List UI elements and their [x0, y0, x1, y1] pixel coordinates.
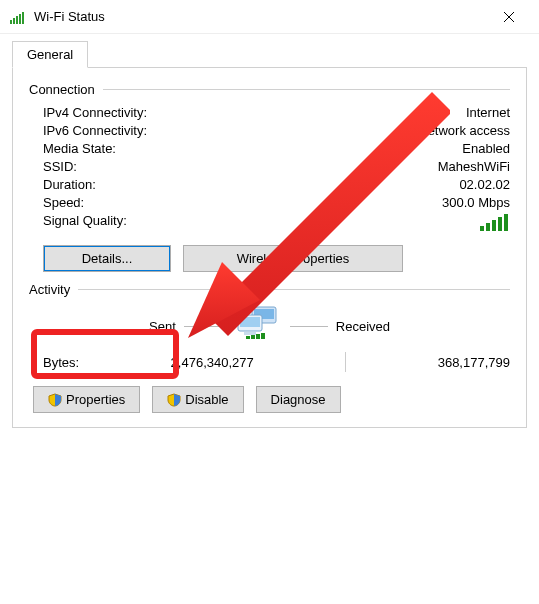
svg-rect-4 — [22, 12, 24, 24]
titlebar: Wi-Fi Status — [0, 0, 539, 34]
ssid-label: SSID: — [43, 159, 77, 174]
ipv4-label: IPv4 Connectivity: — [43, 105, 147, 120]
svg-rect-15 — [240, 317, 260, 327]
details-button-label: Details... — [82, 251, 133, 266]
bytes-row: Bytes: 2,476,340,277 368,177,799 — [29, 352, 510, 372]
svg-rect-1 — [13, 18, 15, 24]
panel-general: Connection IPv4 Connectivity: Internet I… — [12, 68, 527, 428]
disable-button[interactable]: Disable — [152, 386, 243, 413]
svg-rect-17 — [246, 336, 250, 339]
svg-rect-3 — [19, 14, 21, 24]
row-ipv4: IPv4 Connectivity: Internet — [29, 105, 510, 120]
bytes-received-value: 368,177,799 — [438, 355, 510, 370]
activity-header-label: Activity — [29, 282, 70, 297]
shield-icon — [48, 393, 62, 407]
ssid-value: MaheshWiFi — [438, 159, 510, 174]
media-state-value: Enabled — [462, 141, 510, 156]
signal-quality-bars-icon — [480, 213, 510, 231]
bytes-sent-value: 2,476,340,277 — [171, 355, 254, 370]
properties-button-label: Properties — [66, 392, 125, 407]
svg-rect-11 — [504, 214, 508, 231]
group-activity-header: Activity — [29, 282, 510, 297]
bottom-buttons-row: Properties Disable Diagnose — [29, 386, 510, 413]
ipv6-label: IPv6 Connectivity: — [43, 123, 147, 138]
svg-rect-18 — [251, 335, 255, 339]
activity-area: Sent Received — [29, 305, 510, 348]
window-title: Wi-Fi Status — [34, 9, 105, 24]
properties-button[interactable]: Properties — [33, 386, 140, 413]
svg-rect-7 — [480, 226, 484, 231]
close-icon — [503, 11, 515, 23]
svg-rect-10 — [498, 217, 502, 231]
sent-label: Sent — [149, 319, 176, 334]
bytes-divider — [345, 352, 346, 372]
diagnose-button-label: Diagnose — [271, 392, 326, 407]
svg-rect-20 — [261, 333, 265, 339]
ipv4-value: Internet — [466, 105, 510, 120]
svg-rect-19 — [256, 334, 260, 339]
tab-general[interactable]: General — [12, 41, 88, 68]
row-signal-quality: Signal Quality: — [29, 213, 510, 231]
svg-rect-2 — [16, 16, 18, 24]
media-state-label: Media State: — [43, 141, 116, 156]
svg-rect-0 — [10, 20, 12, 24]
received-label: Received — [336, 319, 390, 334]
shield-icon — [167, 393, 181, 407]
bytes-label: Bytes: — [43, 355, 79, 370]
ipv6-value: No network access — [400, 123, 510, 138]
speed-label: Speed: — [43, 195, 84, 210]
duration-label: Duration: — [43, 177, 96, 192]
group-connection-header: Connection — [29, 82, 510, 97]
row-ssid: SSID: MaheshWiFi — [29, 159, 510, 174]
svg-rect-16 — [244, 332, 256, 335]
wireless-properties-button-label: Wireless Properties — [237, 251, 350, 266]
row-ipv6: IPv6 Connectivity: No network access — [29, 123, 510, 138]
row-media-state: Media State: Enabled — [29, 141, 510, 156]
row-speed: Speed: 300.0 Mbps — [29, 195, 510, 210]
disable-button-label: Disable — [185, 392, 228, 407]
wifi-signal-icon — [10, 10, 28, 24]
diagnose-button[interactable]: Diagnose — [256, 386, 341, 413]
tab-general-label: General — [27, 47, 73, 62]
wireless-properties-button[interactable]: Wireless Properties — [183, 245, 403, 272]
details-button[interactable]: Details... — [43, 245, 171, 272]
speed-value: 300.0 Mbps — [442, 195, 510, 210]
network-computers-icon — [230, 305, 282, 348]
svg-rect-9 — [492, 220, 496, 231]
svg-rect-8 — [486, 223, 490, 231]
signal-quality-label: Signal Quality: — [43, 213, 127, 231]
connection-header-label: Connection — [29, 82, 95, 97]
close-button[interactable] — [489, 2, 529, 32]
row-duration: Duration: 02.02.02 — [29, 177, 510, 192]
duration-value: 02.02.02 — [459, 177, 510, 192]
tab-strip: General — [12, 40, 527, 68]
connection-buttons-row: Details... Wireless Properties — [43, 245, 510, 272]
